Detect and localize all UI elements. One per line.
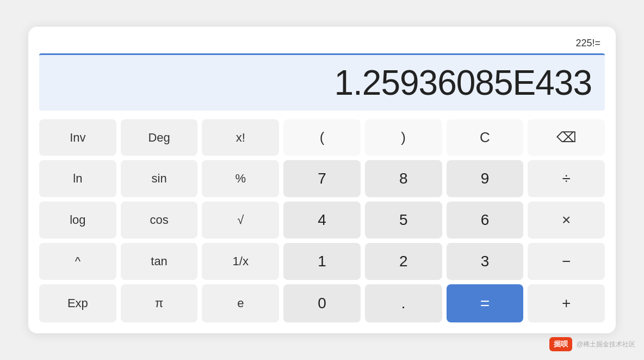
five-button[interactable]: 5 xyxy=(365,202,442,239)
euler-button[interactable]: e xyxy=(202,284,279,322)
multiply-button[interactable]: × xyxy=(528,202,605,239)
factorial-button[interactable]: x! xyxy=(202,119,279,156)
decimal-button[interactable]: . xyxy=(365,284,442,322)
eight-button[interactable]: 8 xyxy=(365,160,442,197)
inv-button[interactable]: Inv xyxy=(39,119,116,156)
deg-button[interactable]: Deg xyxy=(121,119,198,156)
four-button[interactable]: 4 xyxy=(283,202,361,239)
button-grid: InvDegx!()C⌫lnsin%789÷logcos√456×^tan1/x… xyxy=(39,119,605,322)
calculator: 225!= 1.25936085E433 InvDegx!()C⌫lnsin%7… xyxy=(28,27,616,333)
open-paren-button[interactable]: ( xyxy=(283,119,361,156)
watermark: 掘呗 @稀土掘金技术社区 xyxy=(549,337,635,351)
log-button[interactable]: log xyxy=(39,202,116,239)
clear-button[interactable]: C xyxy=(447,119,524,156)
watermark-badge: 掘呗 xyxy=(549,337,572,351)
subtract-button[interactable]: − xyxy=(528,243,605,280)
pi-button[interactable]: π xyxy=(121,284,198,322)
sqrt-button[interactable]: √ xyxy=(202,202,279,239)
main-display: 1.25936085E433 xyxy=(39,53,605,111)
one-button[interactable]: 1 xyxy=(283,243,361,280)
divide-button[interactable]: ÷ xyxy=(528,160,605,197)
zero-button[interactable]: 0 xyxy=(283,284,361,322)
power-button[interactable]: ^ xyxy=(39,243,116,280)
add-button[interactable]: + xyxy=(528,284,605,322)
watermark-text: @稀土掘金技术社区 xyxy=(577,340,635,348)
equals-button[interactable]: = xyxy=(447,284,524,322)
ln-button[interactable]: ln xyxy=(39,160,116,197)
six-button[interactable]: 6 xyxy=(447,202,524,239)
exp-button[interactable]: Exp xyxy=(39,284,116,322)
seven-button[interactable]: 7 xyxy=(283,160,361,197)
sin-button[interactable]: sin xyxy=(121,160,198,197)
tan-button[interactable]: tan xyxy=(121,243,198,280)
cos-button[interactable]: cos xyxy=(121,202,198,239)
two-button[interactable]: 2 xyxy=(365,243,442,280)
history-display: 225!= xyxy=(39,35,605,51)
percent-button[interactable]: % xyxy=(202,160,279,197)
three-button[interactable]: 3 xyxy=(447,243,524,280)
nine-button[interactable]: 9 xyxy=(447,160,524,197)
close-paren-button[interactable]: ) xyxy=(365,119,442,156)
backspace-button[interactable]: ⌫ xyxy=(528,119,605,156)
reciprocal-button[interactable]: 1/x xyxy=(202,243,279,280)
